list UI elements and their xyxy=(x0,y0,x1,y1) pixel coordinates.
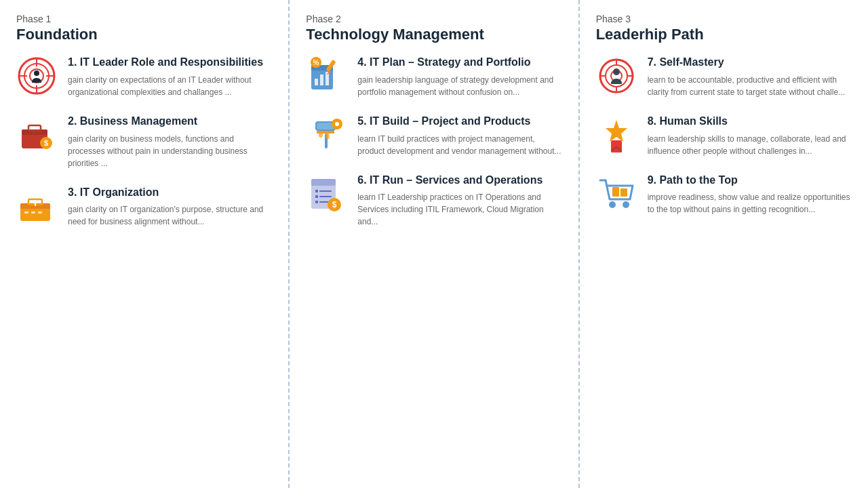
course1-item: 1. IT Leader Role and Responsibilities g… xyxy=(16,56,272,98)
svg-point-33 xyxy=(319,132,323,138)
svg-point-34 xyxy=(326,133,330,140)
svg-rect-39 xyxy=(315,190,318,192)
phase3-title: Leaderhip Path xyxy=(596,26,852,43)
phase1-column: Phase 1 Foundation xyxy=(0,0,290,488)
course6-desc: learn IT Leadership practices on IT Oper… xyxy=(357,191,561,228)
course7-item: 7. Self-Mastery learn to be accountable,… xyxy=(596,56,852,98)
svg-rect-16 xyxy=(24,211,28,214)
course9-icon xyxy=(596,174,637,214)
course9-title: 9. Path to the Top xyxy=(648,174,852,188)
svg-point-3 xyxy=(34,70,39,76)
svg-marker-55 xyxy=(606,120,627,142)
course7-desc: learn to be accountable, productive and … xyxy=(648,74,852,98)
course9-desc: improve readiness, show value and realiz… xyxy=(648,191,852,216)
course2-icon: $ xyxy=(16,115,57,155)
svg-rect-18 xyxy=(38,211,42,214)
svg-point-59 xyxy=(609,201,616,208)
svg-text:%: % xyxy=(313,59,319,66)
phase3-column: Phase 3 Leaderhip Path xyxy=(580,0,868,488)
phase2-label: Phase 2 xyxy=(306,14,561,24)
svg-rect-10 xyxy=(28,125,41,131)
phase1-label: Phase 1 xyxy=(16,14,272,24)
course5-content: 5. IT Build – Project and Products learn… xyxy=(357,115,561,157)
course5-desc: learn IT build practices with project ma… xyxy=(357,133,561,157)
svg-rect-42 xyxy=(319,196,332,197)
course6-content: 6. IT Run – Services and Operations lear… xyxy=(357,174,561,228)
course3-desc: gain clarity on IT organization's purpos… xyxy=(68,203,272,228)
course3-content: 3. IT Organization gain clarity on IT or… xyxy=(68,186,272,228)
course8-icon xyxy=(596,115,637,155)
main-container: Phase 1 Foundation xyxy=(0,0,868,488)
phase2-column: Phase 2 Technology Management % xyxy=(290,0,579,488)
course1-content: 1. IT Leader Role and Responsibilities g… xyxy=(68,56,272,98)
course1-desc: gain clarity on expectations of an IT Le… xyxy=(68,74,272,98)
course3-item: 3. IT Organization gain clarity on IT or… xyxy=(16,186,272,228)
course8-item: 8. Human Skills learn leadership skills … xyxy=(596,115,852,157)
course4-title: 4. IT Plan – Strategy and Portfolio xyxy=(357,56,561,70)
svg-rect-23 xyxy=(320,75,323,85)
course2-title: 2. Business Management xyxy=(68,115,272,129)
svg-rect-61 xyxy=(612,187,619,197)
course9-content: 9. Path to the Top improve readiness, sh… xyxy=(648,174,852,216)
phase1-title: Foundation xyxy=(16,26,272,43)
course5-item: 5. IT Build – Project and Products learn… xyxy=(306,115,561,157)
course6-item: $ 6. IT Run – Services and Operations le… xyxy=(306,174,561,228)
course9-item: 9. Path to the Top improve readiness, sh… xyxy=(596,174,852,216)
course2-desc: gain clarity on business models, functio… xyxy=(68,133,272,169)
course4-icon: % xyxy=(306,56,347,96)
svg-rect-62 xyxy=(620,188,627,197)
svg-rect-22 xyxy=(315,79,318,85)
course7-content: 7. Self-Mastery learn to be accountable,… xyxy=(648,56,852,98)
svg-rect-41 xyxy=(315,195,318,198)
course2-content: 2. Business Management gain clarity on b… xyxy=(68,115,272,169)
course2-item: $ 2. Business Management gain clarity on… xyxy=(16,115,272,169)
course5-icon xyxy=(306,115,347,155)
course7-title: 7. Self-Mastery xyxy=(648,56,852,70)
course4-content: 4. IT Plan – Strategy and Portfolio gain… xyxy=(357,56,561,98)
course8-title: 8. Human Skills xyxy=(648,115,852,129)
course1-title: 1. IT Leader Role and Responsibilities xyxy=(68,56,272,70)
svg-rect-17 xyxy=(31,211,35,214)
course5-title: 5. IT Build – Project and Products xyxy=(357,115,561,129)
svg-rect-40 xyxy=(319,190,332,192)
phase2-title: Technology Management xyxy=(306,26,561,43)
course3-title: 3. IT Organization xyxy=(68,186,272,200)
svg-rect-43 xyxy=(315,201,318,203)
course7-icon xyxy=(596,56,637,96)
svg-point-50 xyxy=(613,68,620,75)
svg-point-36 xyxy=(335,122,339,126)
course3-icon xyxy=(16,186,57,226)
svg-text:$: $ xyxy=(44,139,48,147)
svg-text:$: $ xyxy=(332,200,337,209)
course8-desc: learn leadership skills to manage, colla… xyxy=(648,133,852,157)
course6-icon: $ xyxy=(306,174,347,214)
phase3-label: Phase 3 xyxy=(596,14,852,24)
course1-icon xyxy=(16,56,57,96)
course6-title: 6. IT Run – Services and Operations xyxy=(357,174,561,188)
svg-rect-38 xyxy=(311,179,336,186)
course8-content: 8. Human Skills learn leadership skills … xyxy=(648,115,852,157)
svg-point-60 xyxy=(623,201,629,208)
course4-item: % 4. IT Plan – Strategy and Portfolio ga… xyxy=(306,56,561,98)
course4-desc: gain leadership language of strategy dev… xyxy=(357,74,561,98)
